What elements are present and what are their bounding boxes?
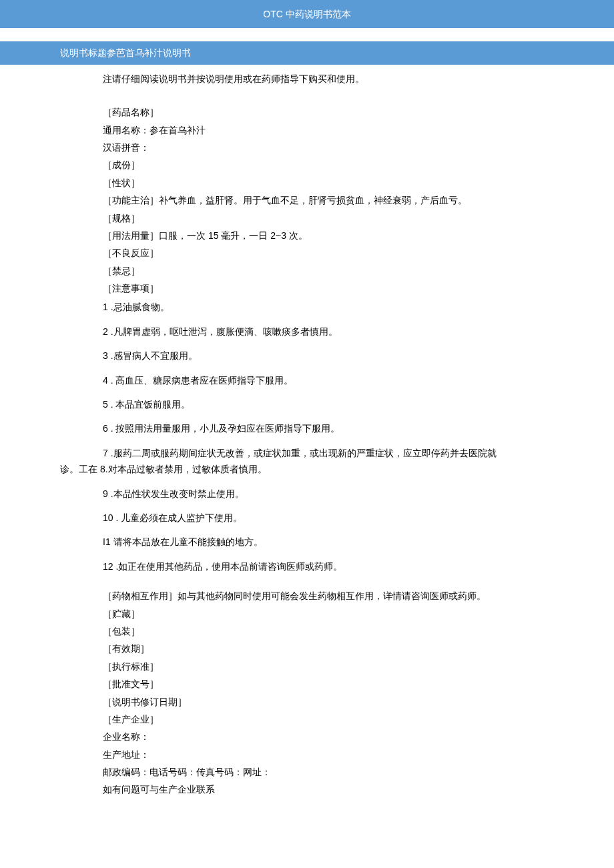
adverse: ［不良反应］ (103, 246, 554, 260)
field-block: ［药品名称］ 通用名称：参在首乌补汁 汉语拼音： ［成份］ ［性状］ ［功能主治… (60, 105, 554, 296)
precaution-item-11: I1 请将本品放在儿童不能接触的地方。 (60, 534, 554, 549)
precaution-item-9: 9 .本品性状发生改变时禁止使用。 (60, 486, 554, 501)
notice-line: 注请仔细阅读说明书并按说明使用或在药师指导下购买和使用。 (60, 71, 554, 86)
drug-name-label: ［药品名称］ (103, 105, 554, 119)
address: 生产地址： (103, 747, 554, 762)
properties: ［性状］ (103, 175, 554, 190)
interaction: ［药物相互作用］如与其他药物同时使用可能会发生药物相互作用，详情请咨询医师或药师… (103, 588, 554, 603)
revise-date: ［说明书修订日期］ (103, 695, 554, 709)
subheader: 说明书标题参芭首乌补汁说明书 (0, 41, 614, 64)
precaution-item-1: 1 .忌油腻食物。 (60, 300, 554, 314)
precaution-item-5: 5 . 本品宜饭前服用。 (60, 397, 554, 412)
indications: ［功能主治］补气养血，益肝肾。用于气血不足，肝肾亏损贫血，神经衰弱，产后血亏。 (103, 193, 554, 207)
tail-block: ［药物相互作用］如与其他药物同时使用可能会发生药物相互作用，详情请咨询医师或药师… (60, 588, 554, 797)
storage: ［贮藏］ (103, 606, 554, 621)
validity: ［有效期］ (103, 641, 554, 656)
precaution-item-3: 3 .感冒病人不宜服用。 (60, 348, 554, 363)
manufacturer-label: ［生产企业］ (103, 712, 554, 727)
page-header: OTC 中药说明书范本 (0, 0, 614, 28)
contra: ［禁忌］ (103, 264, 554, 278)
precaution-item-6: 6 . 按照用法用量服用，小儿及孕妇应在医师指导下服用。 (60, 421, 554, 436)
precaution-item-12: 12 .如正在使用其他药品，使用本品前请咨询医师或药师。 (60, 559, 554, 574)
precaution-item-2: 2 .凡脾胃虚弱，呕吐泄泻，腹胀便滴、咳嗽痰多者慎用。 (60, 324, 554, 339)
dosage: ［用法用量］口服，一次 15 毫升，一日 2~3 次。 (103, 228, 554, 243)
precaution-item-7-line1: 7 .服药二周或服药期间症状无改善，或症状加重，或出现新的严重症状，应立即停药并… (60, 448, 497, 458)
spec: ［规格］ (103, 211, 554, 226)
approval: ［批准文号］ (103, 677, 554, 691)
precaution-item-10: 10 . 儿童必须在成人监护下使用。 (60, 510, 554, 525)
standard: ［执行标准］ (103, 659, 554, 674)
contacts: 邮政编码：电话号码：传真号码：网址： (103, 765, 554, 779)
document-body: 注请仔细阅读说明书并按说明使用或在药师指导下购买和使用。 ［药品名称］ 通用名称… (0, 71, 614, 797)
contact-note: 如有问题可与生产企业联系 (103, 782, 554, 797)
pinyin: 汉语拼音： (103, 140, 554, 155)
precautions: ［注意事项］ (103, 281, 554, 296)
precaution-item-7: 7 .服药二周或服药期间症状无改善，或症状加重，或出现新的严重症状，应立即停药并… (60, 446, 554, 477)
subheader-text: 说明书标题参芭首乌补汁说明书 (60, 47, 191, 58)
generic-name: 通用名称：参在首乌补汁 (103, 123, 554, 137)
precaution-item-7-line2: 诊。工在 8.对本品过敏者禁用，过敏体质者慎用。 (60, 462, 554, 476)
company-name: 企业名称： (103, 729, 554, 744)
ingredients: ［成份］ (103, 157, 554, 172)
precaution-item-4: 4 . 高血压、糖尿病患者应在医师指导下服用。 (60, 373, 554, 388)
header-title: OTC 中药说明书范本 (263, 9, 350, 19)
package: ［包装］ (103, 624, 554, 638)
